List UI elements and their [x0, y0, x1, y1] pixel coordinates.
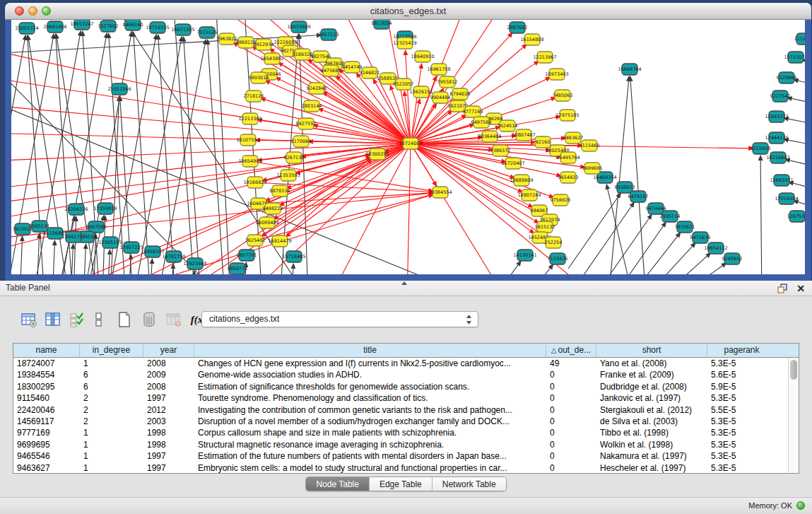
table-row[interactable]: 946554611997Estimation of the future num… [13, 450, 799, 462]
graph-node[interactable]: 16033809 [287, 21, 310, 33]
graph-node[interactable]: 15751074 [784, 52, 805, 63]
graph-node[interactable]: 10654112 [704, 243, 727, 254]
column-header-pagerank[interactable]: pagerank [707, 344, 776, 357]
graph-node[interactable]: 7515526 [197, 27, 218, 38]
graph-node[interactable]: 3624514 [498, 120, 518, 132]
graph-node[interactable]: 23055724 [15, 23, 38, 34]
row-height-icon[interactable] [90, 310, 108, 329]
table-row[interactable]: 1938455462009Genome-wide association stu… [13, 369, 799, 380]
graph-edge[interactable] [11, 34, 54, 274]
graph-node[interactable]: 9245652 [722, 253, 743, 264]
graph-node[interactable]: 10719155 [146, 22, 169, 33]
graph-edge[interactable] [630, 76, 646, 274]
tab-network-table[interactable]: Network Table [433, 477, 506, 491]
graph-node[interactable]: 16099489 [255, 217, 278, 228]
graph-edge[interactable] [789, 182, 805, 190]
graph-node[interactable]: 17016504 [775, 193, 798, 204]
graph-node[interactable]: 8215958 [751, 143, 771, 154]
graph-node[interactable]: 10958107 [141, 246, 164, 257]
table-row[interactable]: 911546021997Tourette syndrome. Phenomeno… [13, 392, 799, 404]
graph-node[interactable]: 16543892 [260, 53, 283, 64]
tab-edge-table[interactable]: Edge Table [370, 477, 433, 491]
graph-node[interactable]: 9146821 [360, 67, 380, 78]
graph-edge[interactable] [785, 159, 805, 168]
graph-node[interactable]: 15692971 [770, 175, 793, 186]
graph-edge[interactable] [329, 144, 411, 274]
table-header-row[interactable]: namein_degreeyeartitle△out_de...shortpag… [13, 344, 799, 358]
graph-node[interactable]: 2887682 [507, 22, 528, 33]
graph-node[interactable]: 6479197 [628, 191, 649, 202]
graph-node[interactable]: 9857791 [237, 250, 257, 261]
graph-edge[interactable] [158, 40, 206, 274]
column-header-title[interactable]: title [194, 344, 546, 357]
graph-node[interactable]: 16154808 [520, 34, 543, 45]
graph-edge[interactable] [184, 37, 201, 274]
graph-edge[interactable] [493, 261, 521, 274]
column-header-name[interactable]: name [13, 344, 80, 357]
graph-node[interactable]: 12213967 [533, 52, 556, 63]
graph-edge[interactable] [11, 105, 411, 144]
graph-node[interactable]: 7857223 [319, 29, 339, 40]
table-settings-icon[interactable] [20, 310, 38, 329]
graph-node[interactable]: 2803144 [302, 100, 322, 112]
graph-node[interactable]: 21053346 [107, 83, 131, 95]
graph-node[interactable]: 8813054 [372, 20, 392, 29]
column-header-in_degree[interactable]: in_degree [80, 344, 143, 357]
graph-edge[interactable] [52, 240, 55, 274]
graph-node[interactable]: 6794028 [450, 88, 471, 100]
graph-node[interactable]: 12975185 [555, 110, 579, 121]
graph-node[interactable]: 1167533 [787, 211, 805, 222]
graph-node[interactable]: 11353593 [276, 170, 300, 181]
graph-node[interactable]: 10688609 [510, 175, 533, 186]
graph-node[interactable]: 16782759 [162, 251, 185, 262]
graph-edge[interactable] [158, 35, 175, 274]
select-columns-icon[interactable] [68, 310, 86, 329]
graph-node[interactable]: 9654923 [558, 172, 579, 183]
zoom-traffic-light-icon[interactable] [42, 6, 51, 16]
graph-edge[interactable] [134, 32, 151, 274]
graph-node[interactable]: 17359919 [93, 203, 117, 214]
graph-edge[interactable] [73, 216, 76, 274]
graph-edge[interactable] [760, 156, 762, 274]
graph-node[interactable]: 18640910 [411, 51, 434, 62]
graph-node[interactable]: 18107554 [236, 134, 259, 146]
graph-node[interactable]: 16210643 [766, 152, 789, 163]
new-table-icon[interactable] [115, 310, 134, 329]
graph-edge[interactable] [11, 35, 25, 274]
graph-node[interactable]: 7386372 [490, 145, 511, 156]
column-header-out_de[interactable]: △out_de... [546, 344, 596, 357]
delete-table-icon[interactable] [140, 310, 158, 329]
column-header-year[interactable]: year [143, 344, 194, 357]
graph-node[interactable]: 9777169 [463, 106, 483, 117]
graph-edge[interactable] [265, 81, 411, 144]
graph-node[interactable]: 20691406 [43, 21, 66, 33]
graph-edge[interactable] [171, 264, 173, 274]
graph-node[interactable]: 9893014 [249, 72, 269, 83]
table-row[interactable]: 946362711997Embryonic stem cells: a mode… [13, 462, 799, 474]
table-row[interactable]: 1872400712008Changes of HCN gene express… [13, 358, 799, 369]
graph-node[interactable]: 19166825 [243, 177, 266, 188]
graph-edge[interactable] [107, 250, 110, 274]
graph-node[interactable]: 2935114 [660, 211, 681, 222]
graph-node[interactable]: 16914479 [268, 235, 291, 247]
graph-node[interactable]: 10653247 [70, 20, 93, 30]
graph-edge[interactable] [407, 144, 411, 274]
close-traffic-light-icon[interactable] [15, 6, 24, 16]
graph-node[interactable]: 12444135 [765, 132, 788, 144]
graph-node[interactable]: 8427552 [296, 118, 317, 129]
graph-edge[interactable] [411, 64, 422, 144]
graph-node[interactable]: 8186328 [293, 49, 313, 60]
graph-node[interactable]: 2718126 [244, 90, 264, 102]
graph-edge[interactable] [291, 264, 293, 274]
graph-node[interactable]: 7133426 [548, 253, 568, 264]
float-panel-icon[interactable] [777, 283, 788, 294]
graph-node[interactable]: 7625402 [245, 235, 266, 246]
graph-node[interactable]: 9699695 [582, 163, 603, 174]
graph-edge[interactable] [526, 264, 553, 274]
splitter-handle-icon[interactable] [401, 281, 407, 285]
graph-edge[interactable] [276, 77, 411, 144]
graph-node[interactable]: 19654985 [238, 156, 261, 167]
graph-node[interactable]: 6497568 [471, 117, 492, 128]
graph-node[interactable]: 9463627 [563, 132, 584, 144]
graph-edge[interactable] [134, 37, 182, 274]
